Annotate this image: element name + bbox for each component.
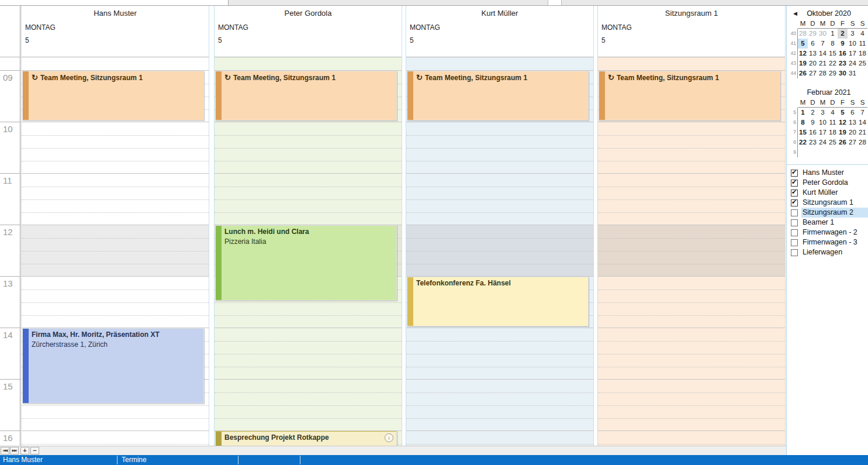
event-besprechung-projekt-rotkappe[interactable]: Besprechung Projekt Rotkappe↓ (215, 431, 397, 446)
checked-checkbox[interactable] (791, 190, 798, 197)
calendar-day-2[interactable]: 2 (838, 29, 848, 39)
hour-cell-10[interactable] (406, 122, 593, 173)
calendar-list-item-sitzungsraum-2[interactable]: Sitzungsraum 2 (787, 208, 868, 218)
calendar-day-7[interactable]: 7 (818, 39, 828, 49)
calendar-day-16[interactable]: 16 (838, 49, 848, 58)
calendar-day-15[interactable]: 15 (828, 49, 838, 58)
top-scrollbar-thumb[interactable] (548, 0, 562, 5)
column-header[interactable]: Sitzungsraum 1MONTAG5 (598, 6, 785, 57)
hour-cell-12[interactable] (598, 225, 785, 276)
calendar-day-2[interactable]: 2 (808, 108, 818, 118)
calendar-list-item-sitzungsraum-1[interactable]: Sitzungsraum 1 (787, 198, 868, 208)
checked-checkbox[interactable] (791, 170, 798, 177)
calendar-day-29[interactable]: 29 (808, 29, 818, 39)
calendar-day-3[interactable]: 3 (818, 108, 828, 118)
hour-cell-15[interactable] (215, 379, 402, 430)
event-telefonkonferenz-fa-h-nsel[interactable]: Telefonkonferenz Fa. Hänsel (407, 277, 589, 326)
hour-cell-10[interactable] (22, 122, 209, 173)
hour-cell-16[interactable] (598, 430, 785, 446)
calendar-day-17[interactable]: 17 (818, 128, 828, 137)
calendar-day-22[interactable]: 22 (828, 58, 838, 68)
calendar-day-27[interactable]: 27 (808, 68, 818, 78)
unchecked-checkbox[interactable] (791, 209, 798, 216)
allday-row[interactable] (215, 57, 402, 70)
calendar-day-5[interactable]: 5 (798, 39, 808, 49)
calendar-day-12[interactable]: 12 (798, 49, 808, 58)
hour-cell-13[interactable] (598, 276, 785, 328)
zoom-out-button[interactable]: − (30, 447, 39, 454)
hour-cell-16[interactable] (406, 430, 593, 446)
calendar-day-4[interactable]: 4 (857, 29, 867, 39)
calendar-day-21[interactable]: 21 (818, 58, 828, 68)
calendar-day-27[interactable]: 27 (848, 137, 857, 147)
calendar-day-4[interactable]: 4 (828, 108, 838, 118)
unchecked-checkbox[interactable] (791, 219, 798, 226)
calendar-day-28[interactable]: 28 (818, 68, 828, 78)
unchecked-checkbox[interactable] (791, 239, 798, 246)
checked-checkbox[interactable] (791, 199, 798, 206)
calendar-day-21[interactable]: 21 (857, 128, 867, 137)
go-last-button[interactable]: ▶▶| (10, 447, 19, 454)
calendar-day-28[interactable]: 28 (857, 137, 867, 147)
calendar-list-item-peter-gordola[interactable]: Peter Gordola (787, 178, 868, 188)
hour-cell-12[interactable] (22, 225, 209, 276)
calendar-day-24[interactable]: 24 (818, 137, 828, 147)
calendar-day-16[interactable]: 16 (808, 128, 818, 137)
hour-cell-11[interactable] (598, 173, 785, 225)
calendar-list-item-hans-muster[interactable]: Hans Muster (787, 168, 868, 178)
calendar-day-8[interactable]: 8 (798, 118, 808, 128)
allday-row[interactable] (22, 57, 209, 70)
calendar-day-11[interactable]: 11 (828, 118, 838, 128)
allday-row[interactable] (406, 57, 593, 70)
calendar-day-25[interactable]: 25 (857, 58, 867, 68)
calendar-day-17[interactable]: 17 (848, 49, 857, 58)
calendar-day-3[interactable]: 3 (848, 29, 857, 39)
calendar-day-14[interactable]: 14 (857, 118, 867, 128)
calendar-day-23[interactable]: 23 (838, 58, 848, 68)
zoom-in-button[interactable]: + (20, 447, 29, 454)
calendar-day-18[interactable]: 18 (828, 128, 838, 137)
event-team-meeting-sitzungsraum-1[interactable]: ↻Team Meeting, Sitzungsraum 1 (599, 71, 780, 120)
calendar-day-30[interactable]: 30 (818, 29, 828, 39)
event-team-meeting-sitzungsraum-1[interactable]: ↻Team Meeting, Sitzungsraum 1 (407, 71, 589, 120)
calendar-day-14[interactable]: 14 (818, 49, 828, 58)
calendar-day-18[interactable]: 18 (857, 49, 867, 58)
calendar-day-23[interactable]: 23 (808, 137, 818, 147)
calendar-day-13[interactable]: 13 (808, 49, 818, 58)
calendar-day-1[interactable]: 1 (828, 29, 838, 39)
top-scrollbar[interactable] (0, 0, 868, 6)
hour-cell-15[interactable] (598, 379, 785, 430)
calendar-day-10[interactable]: 10 (818, 118, 828, 128)
calendar-list-item-lieferwagen[interactable]: Lieferwagen (787, 247, 868, 257)
hour-cell-11[interactable] (22, 173, 209, 225)
calendar-day-12[interactable]: 12 (838, 118, 848, 128)
unchecked-checkbox[interactable] (791, 249, 798, 256)
calendar-day-10[interactable]: 10 (848, 39, 857, 49)
calendar-day-6[interactable]: 6 (848, 108, 857, 118)
calendar-day-25[interactable]: 25 (828, 137, 838, 147)
event-firma-max-hr-moritz-pr-sentation-xt[interactable]: Firma Max, Hr. Moritz, Präsentation XTZü… (22, 328, 204, 404)
calendar-day-19[interactable]: 19 (838, 128, 848, 137)
hour-cell-15[interactable] (406, 379, 593, 430)
calendar-day-20[interactable]: 20 (808, 58, 818, 68)
calendar-list-item-kurt-m-ller[interactable]: Kurt Müller (787, 188, 868, 198)
event-lunch-m-heidi-und-clara[interactable]: Lunch m. Heidi und ClaraPizzeria Italia (215, 225, 397, 301)
unchecked-checkbox[interactable] (791, 229, 798, 236)
calendar-day-26[interactable]: 26 (798, 68, 808, 78)
hour-cell-14[interactable] (406, 328, 593, 379)
calendar-day-20[interactable]: 20 (848, 128, 857, 137)
calendar-list-item-beamer-1[interactable]: Beamer 1 (787, 218, 868, 228)
hour-cell-12[interactable] (406, 225, 593, 276)
hour-cell-10[interactable] (215, 122, 402, 173)
calendar-day-30[interactable]: 30 (838, 68, 848, 78)
hour-cell-10[interactable] (598, 122, 785, 173)
calendar-day-11[interactable]: 11 (857, 39, 867, 49)
calendar-day-19[interactable]: 19 (798, 58, 808, 68)
calendar-day-7[interactable]: 7 (857, 108, 867, 118)
hour-cell-13[interactable] (22, 276, 209, 328)
column-header[interactable]: Peter GordolaMONTAG5 (215, 6, 402, 57)
calendar-day-8[interactable]: 8 (828, 39, 838, 49)
calendar-day-1[interactable]: 1 (798, 108, 808, 118)
calendar-day-9[interactable]: 9 (808, 118, 818, 128)
calendar-day-26[interactable]: 26 (838, 137, 848, 147)
